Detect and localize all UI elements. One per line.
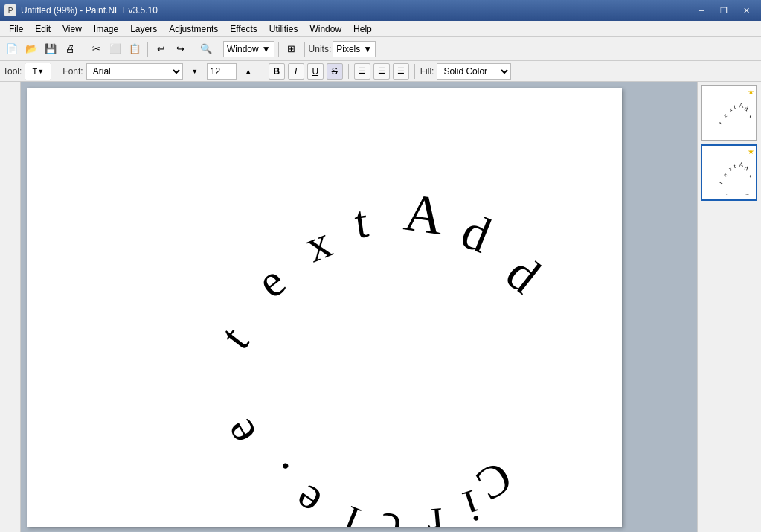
thumb-preview-2: t e x t A d d C i r c l e [707,150,751,195]
thumbnail-2[interactable]: ★ t e x t A d d C i r c l e [701,144,757,201]
svg-text:l: l [335,496,365,527]
star-icon-1: ★ [748,88,754,96]
tool-chevron-icon: ▼ [37,68,44,75]
svg-text:d: d [743,105,749,113]
svg-text:e: e [247,255,295,308]
cut-button[interactable]: ✂ [87,40,105,58]
tools-panel [0,82,21,532]
format-toolbar: Tool: T ▼ Font: Arial Times New Roman Co… [0,61,761,82]
menu-help[interactable]: Help [347,22,378,36]
svg-text:c: c [376,503,404,527]
svg-text:t: t [718,120,725,126]
format-separator-1 [57,64,57,79]
toolbar-separator-2 [147,42,148,57]
menu-layers[interactable]: Layers [124,22,163,36]
thumbnail-1[interactable]: ★ t e x t A d d C i r c l e [701,85,757,141]
svg-text:r: r [426,499,446,527]
menu-file[interactable]: File [3,22,29,36]
svg-text:A: A [739,101,745,109]
menu-adjustments[interactable]: Adjustments [163,22,224,36]
window-dropdown[interactable]: Window ▼ [223,41,274,57]
font-size-up[interactable]: ▲ [240,63,257,80]
toolbar-separator-6 [304,42,305,57]
svg-text:e: e [722,171,729,179]
fill-label: Fill: [420,66,434,77]
toolbar-separator-4 [219,42,219,57]
menu-image[interactable]: Image [88,22,124,36]
svg-text:d: d [496,244,551,304]
svg-text:x: x [728,165,733,173]
svg-text:x: x [298,216,338,272]
redo-button[interactable]: ↪ [171,40,189,58]
main-area: t e x t A d d C i r [0,82,761,532]
tool-label: Tool: [3,66,22,77]
grid-button[interactable]: ⊞ [283,40,301,58]
format-separator-3 [348,64,349,79]
canvas-area[interactable]: t e x t A d d C i r [21,82,697,532]
units-chevron-icon: ▼ [363,44,372,54]
canvas[interactable]: t e x t A d d C i r [27,88,622,527]
units-dropdown[interactable]: Pixels ▼ [333,41,376,57]
svg-text:t: t [351,196,371,248]
star-icon-2: ★ [748,147,754,156]
title-bar: P Untitled (99%) - Paint.NET v3.5.10 ─ ❐… [0,0,761,21]
svg-text:C: C [744,132,751,135]
align-center-button[interactable]: ☰ [373,63,390,80]
undo-button[interactable]: ↩ [152,40,170,58]
svg-text:t: t [733,103,736,110]
svg-text:C: C [744,192,751,195]
chevron-down-icon: ▼ [262,44,271,54]
svg-text:e: e [284,475,330,527]
svg-text:A: A [739,161,745,169]
svg-text:e: e [212,411,266,455]
svg-text:t: t [718,179,725,185]
units-label: Units: [309,44,332,54]
thumbnails-panel: ★ t e x t A d d C i r c l e [697,82,761,532]
font-label: Font: [62,66,83,77]
canvas-svg: t e x t A d d C i r [27,88,622,527]
toolbar-separator-5 [278,42,279,57]
new-button[interactable]: 📄 [3,40,21,58]
align-left-button[interactable]: ☰ [354,63,370,80]
open-button[interactable]: 📂 [22,40,40,58]
font-size-input[interactable] [207,63,237,80]
svg-text:x: x [728,106,733,113]
paste-button[interactable]: 📋 [126,40,144,58]
italic-button[interactable]: I [288,63,304,80]
svg-text:t: t [733,163,736,170]
menu-bar: File Edit View Image Layers Adjustments … [0,21,761,37]
tool-selector[interactable]: T ▼ [25,63,51,80]
copy-button[interactable]: ⬜ [106,40,124,58]
svg-text:d: d [748,112,751,121]
font-dropdown[interactable]: Arial Times New Roman Courier New [86,63,183,80]
menu-effects[interactable]: Effects [224,22,263,36]
format-separator-2 [263,64,263,79]
save-button[interactable]: 💾 [42,40,60,58]
menu-utilities[interactable]: Utilities [263,22,304,36]
print-button[interactable]: 🖨 [61,40,79,58]
close-button[interactable]: ✕ [736,2,757,19]
zoom-button[interactable]: 🔍 [197,40,215,58]
svg-text:d: d [454,202,498,263]
app-icon: P [4,4,16,16]
align-right-button[interactable]: ☰ [393,63,409,80]
underline-button[interactable]: U [307,63,324,80]
format-separator-4 [414,64,415,79]
window-title: Untitled (99%) - Paint.NET v3.5.10 [21,5,158,16]
font-size-stepper[interactable]: ▼ [186,63,204,80]
menu-edit[interactable]: Edit [29,22,57,36]
toolbar-separator-3 [193,42,193,57]
menu-view[interactable]: View [57,22,88,36]
toolbar-separator-1 [83,42,83,57]
svg-text:d: d [743,164,749,173]
svg-text:d: d [748,172,751,180]
svg-text:e: e [723,133,729,135]
svg-text:A: A [401,182,448,246]
restore-button[interactable]: ❐ [713,2,734,19]
bold-button[interactable]: B [269,63,285,80]
menu-window[interactable]: Window [304,22,347,36]
minimize-button[interactable]: ─ [691,2,712,19]
svg-text:t: t [211,317,258,358]
fill-dropdown[interactable]: Solid Color Gradient [437,63,511,80]
strikethrough-button[interactable]: S [327,63,343,80]
